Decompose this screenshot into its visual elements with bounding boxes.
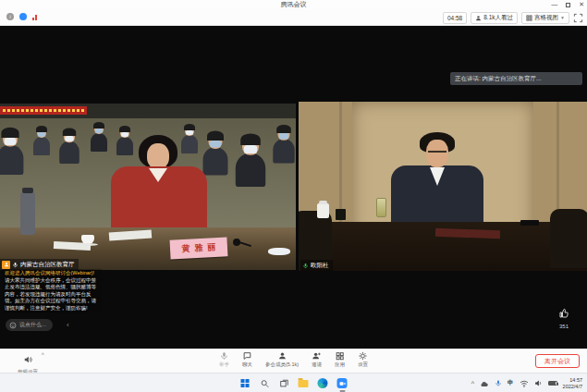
announcement-title: 欢迎进入腾讯会议网络研讨会(Webinar)! [5, 270, 100, 277]
close-icon[interactable]: ✕ [579, 0, 584, 9]
taskbar-clock[interactable]: 14:57 2022/4/7 [563, 377, 582, 389]
window-controls: — ✕ [551, 0, 584, 9]
shape [246, 384, 250, 387]
clock-time: 14:57 [569, 377, 582, 383]
teacup [317, 203, 329, 218]
taskbar-center [239, 374, 348, 392]
task-view-button[interactable] [278, 378, 289, 389]
viewer-count-chip[interactable]: 8.1k人看过 [471, 12, 518, 24]
search-button[interactable] [259, 378, 270, 389]
windows-taskbar: ^ 中 14:57 2022/4/7 [0, 373, 587, 392]
raise-hand-button[interactable]: 举手 [219, 351, 229, 368]
settings-button[interactable]: 设置 [358, 351, 368, 368]
shape [65, 136, 74, 141]
shape [236, 153, 265, 187]
chat-button[interactable]: 聊天 [242, 351, 252, 368]
mug [336, 209, 346, 220]
edge-browser-button[interactable] [317, 378, 328, 389]
maximize-icon[interactable] [566, 3, 570, 7]
tencent-meeting-taskbar-button[interactable] [336, 378, 348, 389]
shape [246, 379, 250, 383]
shape [116, 137, 133, 155]
tencent-meeting-window: 腾讯会议 — ✕ i 04:58 8.1k人看过 [0, 0, 587, 392]
battery-icon[interactable] [548, 381, 557, 386]
chevron-up-icon[interactable]: ˄ [41, 351, 44, 357]
shape [119, 126, 130, 132]
button-label: 应用 [335, 361, 345, 368]
thumbs-up-icon [558, 308, 569, 319]
meeting-timer: 04:58 [443, 12, 467, 24]
participants-button[interactable]: 参会成员(5.1k) [265, 351, 299, 368]
chat-quick-input[interactable]: 说点什么... [6, 319, 53, 331]
search-icon [260, 379, 269, 388]
chat-placeholder: 说点什么... [19, 321, 46, 329]
video-tile-right[interactable]: 欧阳杜 [299, 102, 587, 271]
timer-value: 04:58 [447, 15, 462, 21]
shape [59, 141, 79, 164]
audience-member [59, 130, 79, 164]
hidden-icons-chevron-icon[interactable]: ^ [471, 380, 474, 386]
shape [240, 133, 261, 145]
network-signal-icon[interactable] [32, 14, 37, 20]
shape [95, 129, 103, 133]
likes-count: 351 [551, 324, 577, 329]
fullscreen-icon[interactable] [573, 13, 583, 23]
shape [244, 145, 257, 153]
shape [93, 122, 104, 129]
shape [38, 132, 45, 137]
status-icons: i [6, 13, 37, 20]
shape [276, 125, 291, 133]
meeting-info-icon[interactable]: i [6, 13, 14, 20]
tray-mic-icon[interactable] [495, 379, 502, 387]
cloud-icon[interactable] [480, 380, 489, 387]
person-icon [475, 15, 482, 21]
shape [36, 126, 47, 132]
invite-button[interactable]: 邀请 [312, 351, 322, 368]
shape [184, 124, 195, 130]
shape [203, 148, 228, 176]
avatar [2, 261, 10, 269]
leave-meeting-button[interactable]: 离开会议 [535, 354, 580, 368]
shape [241, 379, 245, 383]
shape [1, 128, 18, 138]
video-tile-left[interactable]: 黄雅丽 内蒙古自治区教育厅 [0, 104, 296, 270]
likes-reaction[interactable]: 351 [551, 306, 577, 329]
table-microphone [233, 239, 240, 246]
volume-icon[interactable] [534, 379, 543, 387]
button-label: 聊天 [242, 361, 252, 368]
minimize-icon[interactable]: — [551, 0, 557, 9]
audience-member [0, 130, 23, 175]
wifi-icon[interactable] [520, 380, 529, 387]
security-shield-icon[interactable] [19, 13, 27, 20]
audience-member [33, 128, 50, 155]
shape [426, 140, 448, 167]
file-explorer-button[interactable] [298, 378, 309, 389]
edge-icon [318, 378, 328, 388]
chevron-down-icon: ▼ [560, 15, 565, 20]
phone [520, 220, 539, 226]
mic-icon [12, 262, 18, 268]
collapse-chevron-icon[interactable]: ‹ [67, 319, 69, 331]
shape [5, 138, 17, 145]
shape [121, 132, 128, 137]
webinar-announcement: 欢迎进入腾讯会议网络研讨会(Webinar)! 请大家共同维护大会秩序，会议过程… [3, 269, 102, 313]
view-mode-chip[interactable]: 宫格视图 ▼ [521, 12, 569, 24]
video-stage: 正在讲话: 内蒙古自治区教育厅... 黄雅丽 [0, 26, 587, 349]
audience-member [203, 134, 228, 176]
start-button[interactable] [239, 378, 251, 389]
audience-member [91, 124, 107, 152]
meeting-footer: ˄ 音频设置 举手 聊天 参会成员(5.1k) 邀请 应用 [0, 349, 587, 373]
shape [3, 109, 84, 112]
tea-jar [376, 198, 386, 217]
name-card: 黄雅丽 [169, 237, 227, 259]
shape [186, 130, 193, 135]
apps-button[interactable]: 应用 [335, 351, 345, 368]
audience-member [116, 128, 133, 155]
task-view-icon [279, 379, 288, 388]
button-label: 参会成员(5.1k) [265, 361, 299, 368]
thermos [20, 192, 35, 235]
participants-icon [277, 351, 287, 361]
shape [63, 129, 76, 136]
ime-indicator[interactable]: 中 [508, 379, 514, 387]
shape [279, 133, 288, 140]
